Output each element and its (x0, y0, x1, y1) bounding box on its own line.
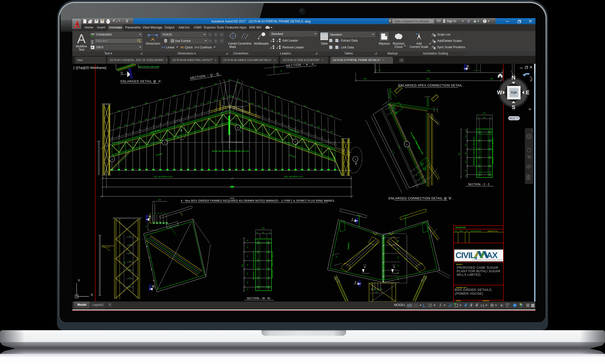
svg-text:140: 140 (247, 264, 248, 266)
svg-text:ENLARGED CONNECTION DETAIL @: ENLARGED CONNECTION DETAIL @ ‘B’. (388, 197, 453, 200)
svg-text:46: 46 (465, 175, 466, 177)
svg-text:Q: Q (121, 71, 123, 74)
svg-text:140: 140 (247, 272, 248, 275)
svg-text:MILLS LIMITED.: MILLS LIMITED. (457, 273, 481, 277)
svg-text:80: 80 (379, 70, 380, 71)
svg-text:SECTION -: Z - Z .: SECTION -: Z - Z . (468, 183, 491, 186)
svg-text:?: ? (484, 20, 486, 23)
svg-text:75: 75 (374, 288, 376, 289)
svg-text:140: 140 (129, 260, 131, 262)
svg-text:60: 60 (129, 285, 131, 287)
svg-text:B: B (355, 162, 357, 165)
svg-text:DRAWING TITLE: DRAWING TITLE (488, 230, 498, 232)
svg-text:1: 1 (111, 158, 113, 161)
svg-text:60: 60 (158, 213, 159, 214)
svg-text:230: 230 (158, 199, 161, 201)
svg-text:WCS: WCS (509, 117, 515, 120)
svg-text:(POWER HOUSE): (POWER HOUSE) (455, 292, 483, 295)
svg-text:3: 3 (237, 127, 238, 129)
svg-text:345: 345 (490, 78, 493, 80)
svg-text:E: E (526, 89, 530, 96)
svg-text:REVISIONS: REVISIONS (456, 226, 466, 229)
svg-text:50: 50 (371, 288, 373, 289)
svg-text:V: V (364, 265, 366, 268)
svg-text:140: 140 (247, 255, 248, 257)
svg-text:1901: 1901 (426, 78, 430, 80)
svg-text:140: 140 (247, 246, 248, 248)
svg-text:66: 66 (247, 240, 248, 241)
svg-text:W: W (148, 215, 151, 218)
svg-text:135: 135 (465, 144, 466, 146)
svg-text:ENLARGED APEX CONNECTION DET: ENLARGED APEX CONNECTION DETAIL . (398, 84, 464, 87)
svg-text:W: W (152, 285, 155, 288)
svg-text:BOX GIRDER DETAILS.: BOX GIRDER DETAILS. (455, 288, 493, 292)
svg-text:DATE: DATE (459, 230, 463, 232)
svg-text:60: 60 (129, 235, 131, 237)
svg-text:Y: Y (78, 279, 80, 282)
svg-text:276: 276 (483, 112, 486, 114)
svg-text:60: 60 (161, 213, 162, 214)
svg-text:135: 135 (397, 265, 399, 267)
svg-text:DESCRIPTION: DESCRIPTION (471, 230, 481, 232)
svg-text:9131 - BETWEEN S.O.Ps: 9131 - BETWEEN S.O.Ps (154, 176, 173, 177)
svg-text:1: 1 (406, 143, 407, 146)
svg-text:Z: Z (352, 218, 353, 221)
svg-text:NO.: NO. (455, 230, 458, 232)
svg-text:135: 135 (397, 256, 399, 259)
svg-text:140: 140 (129, 277, 131, 279)
svg-text:x: x (531, 129, 532, 131)
svg-text:135: 135 (397, 278, 399, 280)
svg-text:4.5: 4.5 (269, 232, 271, 233)
svg-text:140: 140 (129, 252, 131, 254)
svg-text:150x75x10L - 4 - HOLES 18 - DR: 150x75x10L - 4 - HOLES 18 - DRILLED (271, 252, 273, 278)
svg-text:1: 1 (355, 158, 356, 161)
svg-text:135: 135 (465, 169, 466, 172)
svg-text:135: 135 (397, 272, 399, 274)
svg-text:140: 140 (129, 244, 131, 245)
svg-text:4 - Nos BOX GIRDER FRAMES: 4 - Nos BOX GIRDER FRAMES REQUIRED AS DR… (181, 199, 336, 202)
svg-text:W: W (497, 89, 502, 96)
svg-text:4.5: 4.5 (256, 232, 258, 233)
svg-text:X: X (467, 19, 470, 23)
svg-text:[−][Top][2D Wireframe]: [−][Top][2D Wireframe] (73, 66, 106, 70)
svg-text:BY: BY (466, 230, 468, 232)
svg-text:40: 40 (478, 70, 479, 71)
svg-text:135: 135 (465, 153, 466, 155)
svg-text:50: 50 (380, 288, 382, 289)
svg-text:75x50x6 L: 75x50x6 L (348, 242, 349, 250)
svg-text:782: 782 (404, 258, 406, 260)
svg-text:SECTION -: W - W .: SECTION -: W - W . (247, 297, 271, 300)
svg-text:150x90x10L - 4 - HOLES 18 - DR: 150x90x10L - 4 - HOLES 18 - DRILLED (492, 138, 494, 164)
svg-text:135: 135 (397, 240, 399, 242)
svg-text:Sign In: Sign In (447, 19, 456, 23)
svg-text:825: 825 (241, 264, 243, 267)
svg-text:2: 2 (164, 141, 165, 144)
svg-text:80: 80 (474, 70, 476, 71)
svg-text:A: A (77, 32, 86, 45)
svg-text:188: 188 (262, 232, 264, 233)
svg-text:135: 135 (397, 248, 399, 250)
svg-text:150x90x10L - 8 - HOLES 18 - DR: 150x90x10L - 8 - HOLES 18 - DRILLED AS (473, 137, 475, 166)
svg-text:CIVIL: CIVIL (456, 251, 475, 260)
svg-text:A: A (91, 46, 93, 49)
svg-text:+: + (416, 32, 418, 36)
svg-text:188: 188 (483, 117, 486, 118)
svg-text:|A: |A (91, 42, 94, 45)
svg-text:45: 45 (478, 117, 479, 118)
svg-text:PLANT FOR BUTALI SUGAR: PLANT FOR BUTALI SUGAR (457, 269, 500, 273)
svg-text:60: 60 (164, 213, 166, 214)
svg-text:40: 40 (375, 70, 377, 71)
svg-text:60: 60 (154, 213, 156, 214)
svg-text:66: 66 (465, 130, 466, 131)
svg-text:3 8: 3 8 (280, 70, 282, 72)
svg-text:TOP: TOP (511, 91, 517, 95)
svg-text:S: S (512, 104, 516, 110)
svg-text:345: 345 (364, 78, 367, 80)
svg-text:18081: 18081 (230, 197, 235, 199)
svg-text:135: 135 (465, 161, 466, 163)
svg-text:140: 140 (129, 269, 131, 270)
svg-text:Z: Z (355, 281, 356, 284)
svg-text:X: X (91, 293, 93, 297)
svg-text:9000 - BETWEEN S.O.Ps.: 9000 - BETWEEN S.O.Ps. (284, 176, 304, 177)
svg-text:250: 250 (375, 291, 377, 293)
